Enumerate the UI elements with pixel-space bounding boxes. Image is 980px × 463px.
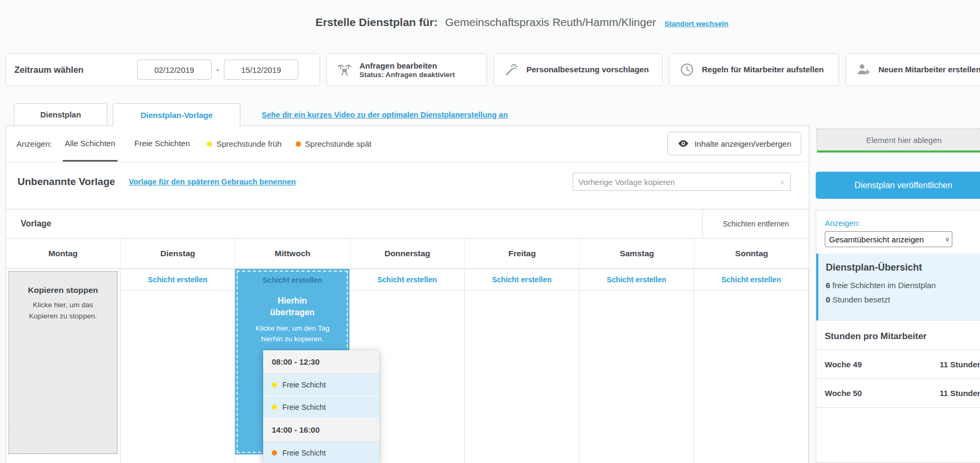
period-picker: Zeitraum wählen 02/12/2019 - 15/12/2019: [5, 53, 320, 86]
page-title-label: Erstelle Dienstplan für:: [315, 16, 438, 29]
day-head-donnerstag: Donnerstag: [350, 239, 465, 268]
date-to-input[interactable]: 15/12/2019: [224, 60, 298, 80]
drop-target-description: Klicke hier, um den Tag hierhin zu kopie…: [253, 323, 332, 345]
shift-group-time: 14:00 - 16:00: [263, 418, 379, 442]
template-name: Unbenannte Vorlage: [18, 176, 115, 188]
suggest-staffing-button[interactable]: Personalbesetzung vorschlagen: [493, 53, 663, 86]
legend-sprechstunde-frueh[interactable]: Sprechstunde früh: [207, 126, 282, 162]
week-hours-row: Woche 49 11 Stunden: [816, 349, 980, 378]
clock-icon: [679, 62, 695, 78]
free-shift-item[interactable]: Freie Schicht: [263, 396, 379, 418]
location-name: Gemeinschaftspraxis Reuth/Hamm/Klinger: [445, 16, 656, 29]
free-shifts-stat: 6 freie Schichten im Dienstplan: [826, 281, 980, 290]
change-location-link[interactable]: Standort wechseln: [665, 20, 728, 28]
element-drop-zone[interactable]: Element hier ablegen: [817, 129, 980, 153]
shift-group-time: 08:00 - 12:30: [263, 350, 379, 374]
copy-stop-description: Klicke hier, um das Kopieren zu stoppen.: [21, 300, 105, 322]
sidebar-show-section: Anzeigen: Gesamtübersicht anzeigen ∨: [816, 211, 980, 254]
tab-dienstplan[interactable]: Dienstplan: [14, 103, 107, 126]
dragged-shift-card[interactable]: 08:00 - 12:30 Freie Schicht Freie Schich…: [263, 350, 379, 463]
chevron-down-icon: ∨: [780, 178, 785, 186]
yellow-dot-icon: [272, 405, 277, 410]
day-column-samstag: Schicht erstellen: [580, 269, 694, 463]
free-shift-item[interactable]: Freie Schicht: [263, 374, 379, 396]
week-hours-row: Woche 50 11 Stunden: [816, 378, 980, 408]
eye-icon: [677, 138, 689, 149]
toggle-contents-button[interactable]: Inhalte anzeigen/verbergen: [667, 132, 801, 155]
create-shift-link-sonntag[interactable]: Schicht erstellen: [722, 275, 781, 284]
day-column-sonntag: Schicht erstellen: [694, 269, 809, 463]
day-head-montag: Montag: [6, 239, 121, 268]
sidebar-show-label: Anzeigen:: [825, 218, 980, 228]
orange-dot-icon: [296, 141, 301, 147]
week-grid: Kopieren stoppen Klicke hier, um das Kop…: [6, 269, 809, 463]
create-shift-link-freitag[interactable]: Schicht erstellen: [492, 275, 551, 284]
day-column-freitag: Schicht erstellen: [465, 269, 580, 463]
edit-requests-button[interactable]: Anfragen bearbeiten Status: Anfragen dea…: [326, 53, 487, 86]
tab-bar: Dienstplan Dienstplan-Vorlage Sehe dir e…: [14, 103, 508, 126]
overview-sidebar: Anzeigen: Gesamtübersicht anzeigen ∨ Die…: [816, 210, 980, 463]
template-bar: Unbenannte Vorlage Vorlage für den späte…: [6, 162, 809, 201]
schedule-overview-box: Dienstplan-Übersicht 6 freie Schichten i…: [816, 254, 980, 321]
drone-icon: [337, 62, 353, 78]
template-table-header: Vorlage Schichten entfernen: [6, 209, 809, 239]
tab-dienstplan-vorlage[interactable]: Dienstplan-Vorlage: [113, 103, 240, 127]
requests-status: Status: Anfragen deaktiviert: [359, 71, 455, 79]
day-head-sonntag: Sonntag: [694, 239, 809, 268]
schedule-overview-title: Dienstplan-Übersicht: [826, 262, 980, 273]
day-head-dienstag: Dienstag: [121, 239, 236, 268]
suggest-staffing-label: Personalbesetzung vorschlagen: [526, 64, 649, 75]
copy-previous-template-select[interactable]: Vorherige Vorlage kopieren ∨: [573, 173, 791, 191]
free-shift-item[interactable]: Freie Schicht: [263, 442, 379, 463]
add-user-icon: [856, 62, 872, 78]
filter-bar: Anzeigen: Alle Schichten Freie Schichten…: [6, 126, 809, 162]
create-shift-link-samstag[interactable]: Schicht erstellen: [607, 275, 666, 284]
copy-stop-box[interactable]: Kopieren stoppen Klicke hier, um das Kop…: [9, 271, 118, 454]
template-planner-panel: Anzeigen: Alle Schichten Freie Schichten…: [5, 125, 809, 463]
day-column-montag: Kopieren stoppen Klicke hier, um das Kop…: [6, 269, 121, 463]
publish-schedule-button[interactable]: Dienstplan veröffentlichen: [816, 172, 980, 199]
page-title: Erstelle Dienstplan für: Gemeinschaftspr…: [0, 16, 980, 29]
day-head-mittwoch: Mittwoch: [236, 239, 350, 268]
filter-all-shifts[interactable]: Alle Schichten: [63, 126, 118, 162]
drop-target-title: Hierhin übertragen: [258, 295, 327, 318]
date-from-input[interactable]: 02/12/2019: [137, 60, 212, 80]
create-employee-button[interactable]: Neuen Mitarbeiter erstellen: [845, 53, 980, 86]
period-label: Zeitraum wählen: [14, 65, 83, 75]
template-row-label: Vorlage: [6, 209, 702, 238]
legend-sprechstunde-spaet[interactable]: Sprechstunde spät: [296, 126, 372, 162]
edit-requests-label: Anfragen bearbeiten: [359, 61, 455, 71]
filter-free-shifts[interactable]: Freie Schichten: [132, 126, 192, 162]
date-range-separator: -: [216, 65, 219, 74]
hours-per-employee-title: Stunden pro Mitarbeiter: [816, 321, 980, 349]
schedule-planner-screen: Erstelle Dienstplan für: Gemeinschaftspr…: [0, 0, 980, 463]
create-employee-label: Neuen Mitarbeiter erstellen: [878, 64, 980, 75]
toolbar: Zeitraum wählen 02/12/2019 - 15/12/2019 …: [5, 53, 980, 86]
create-shift-link-mittwoch[interactable]: Schicht erstellen: [235, 269, 349, 291]
yellow-dot-icon: [207, 141, 212, 147]
day-head-freitag: Freitag: [465, 239, 580, 268]
day-column-dienstag: Schicht erstellen: [121, 269, 236, 463]
hours-filled-stat: 0 Stunden besetzt: [826, 295, 980, 304]
remove-shifts-button[interactable]: Schichten entfernen: [702, 209, 809, 238]
orange-dot-icon: [272, 450, 277, 456]
chevron-down-icon: ∨: [943, 235, 950, 243]
create-shift-link-donnerstag[interactable]: Schicht erstellen: [377, 275, 437, 284]
employee-rules-button[interactable]: Regeln für Mitarbeiter aufstellen: [669, 53, 839, 86]
yellow-dot-icon: [272, 382, 277, 388]
filter-label: Anzeigen:: [16, 139, 52, 148]
rename-template-link[interactable]: Vorlage für den späteren Gebrauch benenn…: [129, 178, 296, 186]
copy-stop-title: Kopieren stoppen: [21, 285, 105, 295]
magic-wand-icon: [504, 62, 520, 78]
overview-view-select[interactable]: Gesamtübersicht anzeigen ∨: [825, 231, 952, 247]
weekday-header-row: Montag Dienstag Mittwoch Donnerstag Frei…: [6, 239, 809, 269]
tutorial-video-link[interactable]: Sehe dir ein kurzes Video zu der optimal…: [262, 111, 508, 119]
employee-rules-label: Regeln für Mitarbeiter aufstellen: [702, 64, 824, 75]
create-shift-link-dienstag[interactable]: Schicht erstellen: [148, 275, 207, 284]
day-head-samstag: Samstag: [580, 239, 694, 268]
